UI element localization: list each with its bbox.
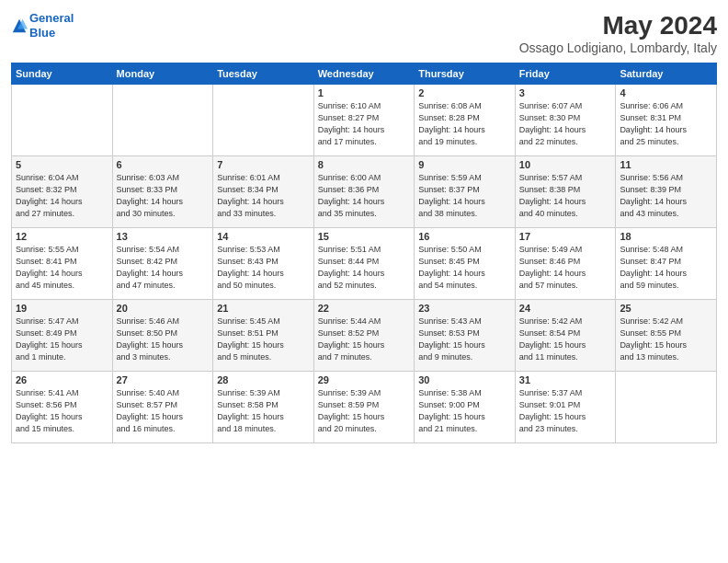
day-info: Sunrise: 6:08 AM Sunset: 8:28 PM Dayligh… — [418, 100, 511, 148]
logo-text: General Blue — [29, 11, 74, 40]
calendar-cell: 12Sunrise: 5:55 AM Sunset: 8:41 PM Dayli… — [12, 228, 113, 300]
day-info: Sunrise: 5:41 AM Sunset: 8:56 PM Dayligh… — [16, 387, 108, 435]
day-info: Sunrise: 5:38 AM Sunset: 9:00 PM Dayligh… — [418, 387, 511, 435]
day-number: 11 — [620, 159, 712, 170]
calendar-cell — [112, 85, 213, 156]
day-info: Sunrise: 5:56 AM Sunset: 8:39 PM Dayligh… — [620, 172, 712, 220]
calendar-cell: 3Sunrise: 6:07 AM Sunset: 8:30 PM Daylig… — [515, 85, 616, 156]
day-number: 10 — [519, 159, 612, 170]
day-info: Sunrise: 5:59 AM Sunset: 8:37 PM Dayligh… — [418, 172, 511, 220]
day-info: Sunrise: 6:04 AM Sunset: 8:32 PM Dayligh… — [16, 172, 108, 220]
calendar-cell: 23Sunrise: 5:43 AM Sunset: 8:53 PM Dayli… — [415, 300, 516, 372]
day-info: Sunrise: 5:51 AM Sunset: 8:44 PM Dayligh… — [318, 244, 411, 292]
day-number: 15 — [318, 231, 411, 242]
calendar-cell — [616, 372, 717, 443]
week-row-1: 5Sunrise: 6:04 AM Sunset: 8:32 PM Daylig… — [12, 156, 717, 228]
day-info: Sunrise: 5:43 AM Sunset: 8:53 PM Dayligh… — [418, 316, 511, 363]
day-info: Sunrise: 5:53 AM Sunset: 8:43 PM Dayligh… — [217, 244, 310, 292]
day-info: Sunrise: 5:55 AM Sunset: 8:41 PM Dayligh… — [16, 244, 108, 292]
calendar-cell: 15Sunrise: 5:51 AM Sunset: 8:44 PM Dayli… — [313, 228, 415, 300]
day-number: 2 — [418, 87, 511, 98]
calendar-cell: 25Sunrise: 5:42 AM Sunset: 8:55 PM Dayli… — [616, 300, 717, 372]
header-wednesday: Wednesday — [313, 63, 415, 85]
day-info: Sunrise: 5:45 AM Sunset: 8:51 PM Dayligh… — [217, 316, 310, 363]
day-number: 20 — [117, 303, 210, 314]
calendar-cell: 18Sunrise: 5:48 AM Sunset: 8:47 PM Dayli… — [616, 228, 717, 300]
day-info: Sunrise: 5:50 AM Sunset: 8:45 PM Dayligh… — [418, 244, 511, 292]
day-number: 26 — [16, 374, 108, 385]
calendar-cell: 4Sunrise: 6:06 AM Sunset: 8:31 PM Daylig… — [616, 85, 717, 156]
day-info: Sunrise: 5:42 AM Sunset: 8:54 PM Dayligh… — [519, 316, 612, 363]
day-info: Sunrise: 5:49 AM Sunset: 8:46 PM Dayligh… — [519, 244, 612, 292]
day-number: 18 — [620, 231, 712, 242]
calendar-cell: 7Sunrise: 6:01 AM Sunset: 8:34 PM Daylig… — [213, 156, 314, 228]
day-info: Sunrise: 6:01 AM Sunset: 8:34 PM Dayligh… — [217, 172, 310, 220]
day-number: 8 — [318, 159, 411, 170]
week-row-2: 12Sunrise: 5:55 AM Sunset: 8:41 PM Dayli… — [12, 228, 717, 300]
day-info: Sunrise: 6:07 AM Sunset: 8:30 PM Dayligh… — [519, 100, 612, 148]
day-number: 30 — [418, 374, 511, 385]
calendar-cell: 13Sunrise: 5:54 AM Sunset: 8:42 PM Dayli… — [112, 228, 213, 300]
calendar-cell: 2Sunrise: 6:08 AM Sunset: 8:28 PM Daylig… — [415, 85, 516, 156]
header-friday: Friday — [515, 63, 616, 85]
day-number: 19 — [16, 303, 108, 314]
day-info: Sunrise: 5:47 AM Sunset: 8:49 PM Dayligh… — [16, 316, 108, 363]
day-info: Sunrise: 5:54 AM Sunset: 8:42 PM Dayligh… — [117, 244, 210, 292]
day-number: 1 — [318, 87, 411, 98]
day-number: 13 — [117, 231, 210, 242]
calendar-cell: 28Sunrise: 5:39 AM Sunset: 8:58 PM Dayli… — [213, 372, 314, 443]
day-info: Sunrise: 6:03 AM Sunset: 8:33 PM Dayligh… — [117, 172, 210, 220]
calendar-cell: 27Sunrise: 5:40 AM Sunset: 8:57 PM Dayli… — [112, 372, 213, 443]
calendar-cell: 16Sunrise: 5:50 AM Sunset: 8:45 PM Dayli… — [415, 228, 516, 300]
header-saturday: Saturday — [616, 63, 717, 85]
calendar-cell: 5Sunrise: 6:04 AM Sunset: 8:32 PM Daylig… — [12, 156, 113, 228]
day-info: Sunrise: 6:06 AM Sunset: 8:31 PM Dayligh… — [620, 100, 712, 148]
calendar-cell: 26Sunrise: 5:41 AM Sunset: 8:56 PM Dayli… — [12, 372, 113, 443]
day-info: Sunrise: 5:39 AM Sunset: 8:58 PM Dayligh… — [217, 387, 310, 435]
calendar-cell: 11Sunrise: 5:56 AM Sunset: 8:39 PM Dayli… — [616, 156, 717, 228]
calendar-cell: 21Sunrise: 5:45 AM Sunset: 8:51 PM Dayli… — [213, 300, 314, 372]
day-info: Sunrise: 5:48 AM Sunset: 8:47 PM Dayligh… — [620, 244, 712, 292]
calendar-cell — [213, 85, 314, 156]
week-row-0: 1Sunrise: 6:10 AM Sunset: 8:27 PM Daylig… — [12, 85, 717, 156]
day-number: 6 — [117, 159, 210, 170]
header-thursday: Thursday — [415, 63, 516, 85]
day-number: 23 — [418, 303, 511, 314]
subtitle: Ossago Lodigiano, Lombardy, Italy — [519, 40, 717, 55]
day-info: Sunrise: 5:39 AM Sunset: 8:59 PM Dayligh… — [318, 387, 411, 435]
day-number: 14 — [217, 231, 310, 242]
calendar-cell: 17Sunrise: 5:49 AM Sunset: 8:46 PM Dayli… — [515, 228, 616, 300]
day-number: 7 — [217, 159, 310, 170]
day-number: 22 — [318, 303, 411, 314]
title-block: May 2024 Ossago Lodigiano, Lombardy, Ita… — [519, 11, 717, 55]
day-number: 9 — [418, 159, 511, 170]
calendar-cell: 24Sunrise: 5:42 AM Sunset: 8:54 PM Dayli… — [515, 300, 616, 372]
day-number: 4 — [620, 87, 712, 98]
calendar-cell: 6Sunrise: 6:03 AM Sunset: 8:33 PM Daylig… — [112, 156, 213, 228]
calendar-cell: 30Sunrise: 5:38 AM Sunset: 9:00 PM Dayli… — [415, 372, 516, 443]
day-info: Sunrise: 5:57 AM Sunset: 8:38 PM Dayligh… — [519, 172, 612, 220]
calendar-cell: 10Sunrise: 5:57 AM Sunset: 8:38 PM Dayli… — [515, 156, 616, 228]
day-number: 25 — [620, 303, 712, 314]
day-info: Sunrise: 5:46 AM Sunset: 8:50 PM Dayligh… — [117, 316, 210, 363]
day-info: Sunrise: 5:40 AM Sunset: 8:57 PM Dayligh… — [117, 387, 210, 435]
day-number: 27 — [117, 374, 210, 385]
logo-icon — [11, 17, 28, 34]
day-info: Sunrise: 6:10 AM Sunset: 8:27 PM Dayligh… — [318, 100, 411, 148]
day-info: Sunrise: 5:42 AM Sunset: 8:55 PM Dayligh… — [620, 316, 712, 363]
day-number: 16 — [418, 231, 511, 242]
header-monday: Monday — [112, 63, 213, 85]
calendar-table: SundayMondayTuesdayWednesdayThursdayFrid… — [11, 63, 717, 443]
week-row-4: 26Sunrise: 5:41 AM Sunset: 8:56 PM Dayli… — [12, 372, 717, 443]
calendar-cell: 14Sunrise: 5:53 AM Sunset: 8:43 PM Dayli… — [213, 228, 314, 300]
day-number: 3 — [519, 87, 612, 98]
calendar-cell: 19Sunrise: 5:47 AM Sunset: 8:49 PM Dayli… — [12, 300, 113, 372]
header-sunday: Sunday — [12, 63, 113, 85]
day-number: 17 — [519, 231, 612, 242]
day-number: 28 — [217, 374, 310, 385]
day-info: Sunrise: 5:37 AM Sunset: 9:01 PM Dayligh… — [519, 387, 612, 435]
calendar-cell: 1Sunrise: 6:10 AM Sunset: 8:27 PM Daylig… — [313, 85, 415, 156]
calendar-body: 1Sunrise: 6:10 AM Sunset: 8:27 PM Daylig… — [12, 85, 717, 443]
calendar-cell: 8Sunrise: 6:00 AM Sunset: 8:36 PM Daylig… — [313, 156, 415, 228]
header: General Blue May 2024 Ossago Lodigiano, … — [11, 11, 717, 55]
